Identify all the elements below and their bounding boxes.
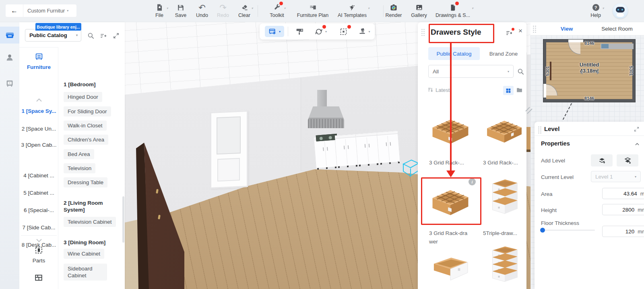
subcategory-television-cabinet[interactable]: Television Cabinet bbox=[64, 217, 116, 227]
cabinet-unit[interactable] bbox=[377, 131, 400, 164]
category-filter-select[interactable]: All ▾ bbox=[428, 65, 514, 78]
eraser-icon: ▾ bbox=[241, 3, 248, 12]
floor-plan-minimap[interactable]: 8146 8146 5301 5301 Untitled 43.18m² bbox=[543, 40, 635, 102]
tab-public-catalog[interactable]: Public Catalog bbox=[428, 47, 480, 60]
height-field: mm bbox=[602, 204, 644, 215]
resize-handle-icon[interactable] bbox=[525, 106, 534, 115]
category-cabinet-5[interactable]: 5 [Cabinet ... bbox=[21, 189, 57, 197]
subcategory-sideboard-cabinet[interactable]: Sideboard Cabinet bbox=[64, 264, 107, 281]
expand-panel-icon[interactable] bbox=[634, 126, 640, 132]
catalog-select[interactable]: Public Catalog ▾ bbox=[25, 29, 81, 42]
select-cabinet-tool[interactable]: ▾ bbox=[265, 26, 284, 37]
kitchen-base-cabinets[interactable] bbox=[314, 131, 400, 171]
catalog-item[interactable] bbox=[481, 245, 526, 289]
cabinet-unit[interactable] bbox=[314, 135, 337, 168]
selection-wireframe-drawer[interactable] bbox=[402, 158, 419, 178]
cabinet-unit[interactable] bbox=[334, 134, 358, 167]
catalog-item-selected[interactable]: i 3 Grid Rack-drawer bbox=[427, 177, 477, 246]
panel-filter-icon[interactable] bbox=[506, 29, 513, 38]
rail-item-storage[interactable] bbox=[0, 75, 19, 92]
furniture-plan-button[interactable]: Furniture Plan bbox=[300, 3, 326, 18]
floor-thickness-input[interactable] bbox=[606, 229, 634, 235]
scroll-up-button[interactable] bbox=[34, 98, 44, 103]
scrollbar-thumb[interactable] bbox=[122, 196, 124, 243]
catalog-item[interactable] bbox=[427, 245, 477, 289]
assistant-avatar[interactable] bbox=[613, 3, 628, 19]
drag-handle-icon[interactable] bbox=[538, 126, 542, 133]
tab-furniture[interactable]: Furniture bbox=[19, 52, 58, 70]
paint-material-tool[interactable] bbox=[292, 26, 307, 37]
library-panel: Boutique library enj... Public Catalog ▾… bbox=[19, 22, 125, 289]
tab-brand-zone[interactable]: Brand Zone bbox=[481, 47, 526, 60]
subcategory-bed-area[interactable]: Bed Area bbox=[64, 149, 94, 159]
drag-handle-icon[interactable] bbox=[421, 29, 425, 36]
category-space-unit[interactable]: 2 [Space Un... bbox=[21, 125, 57, 133]
tab-view[interactable]: View bbox=[547, 22, 587, 35]
subcategory-sliding-door[interactable]: For Sliding Door bbox=[64, 106, 111, 116]
stamp-tool[interactable]: ▾ bbox=[355, 26, 373, 37]
gallery-button[interactable]: Gallery bbox=[406, 3, 432, 18]
cabinet-unit[interactable] bbox=[356, 132, 379, 165]
drawings-menu[interactable]: ▾ Drawings & S... bbox=[440, 3, 466, 18]
help-menu[interactable]: ? ▾ Help bbox=[583, 3, 609, 18]
catalog-select-value: Public Catalog bbox=[29, 32, 67, 38]
category-special[interactable]: 6 [Special-... bbox=[21, 206, 57, 214]
subcategory-wine-cabinet[interactable]: Wine Cabinet bbox=[64, 249, 104, 259]
category-column: Furniture 1 [Space Sy... 2 [Space Un... … bbox=[19, 47, 58, 289]
area-input[interactable] bbox=[606, 191, 637, 197]
subcategory-hinged-door[interactable]: Hinged Door bbox=[64, 92, 102, 102]
subcategory-television[interactable]: Television bbox=[64, 163, 95, 173]
toolkit-menu[interactable]: ▾ Toolkit bbox=[264, 3, 290, 18]
tab-combination[interactable] bbox=[34, 273, 43, 284]
notification-dot bbox=[455, 2, 459, 5]
close-icon[interactable]: × bbox=[518, 27, 522, 35]
category-cabinet-4[interactable]: 4 [Cabinet ... bbox=[21, 172, 57, 179]
slider-handle[interactable] bbox=[540, 228, 545, 233]
folder-view-icon[interactable] bbox=[516, 87, 523, 95]
rail-item-furniture-library[interactable] bbox=[0, 27, 19, 44]
category-side-cabinet[interactable]: 7 [Side Cab... bbox=[21, 224, 57, 231]
category-space-system[interactable]: 1 [Space Sy... bbox=[21, 107, 57, 115]
project-name-select[interactable]: Custom Furnitur ▾ bbox=[23, 4, 76, 17]
back-button[interactable]: ← bbox=[6, 4, 23, 17]
add-level-below-button[interactable] bbox=[617, 154, 638, 166]
tab-select-room[interactable]: Select Room bbox=[595, 22, 639, 35]
expand-icon[interactable] bbox=[113, 32, 120, 39]
current-level-select[interactable]: Level 1 ▾ bbox=[591, 171, 641, 182]
marquee-select-tool[interactable] bbox=[334, 26, 352, 37]
room-door[interactable] bbox=[210, 110, 248, 189]
add-level-above-button[interactable] bbox=[591, 154, 613, 166]
subcategory-walkin-closet[interactable]: Walk-in Closet bbox=[64, 121, 107, 131]
subcategory-childrens-area[interactable]: Children's Area bbox=[64, 135, 108, 145]
floor-thickness-slider[interactable] bbox=[541, 230, 595, 231]
category-open-cabinet[interactable]: 3 [Open Cab... bbox=[21, 141, 57, 149]
cabinet-counter bbox=[334, 134, 355, 139]
filter-icon[interactable] bbox=[100, 32, 107, 40]
replace-model-tool[interactable]: ▾ bbox=[310, 26, 331, 37]
sofa-icon bbox=[5, 31, 14, 40]
wall-corner bbox=[301, 77, 301, 171]
rail-item-profile[interactable] bbox=[0, 49, 19, 66]
search-icon[interactable] bbox=[517, 68, 524, 77]
catalog-item[interactable]: 3 Grid Rack-... bbox=[481, 107, 526, 167]
height-input[interactable] bbox=[606, 207, 634, 213]
area-label: Area bbox=[541, 191, 553, 197]
clear-button[interactable]: ▾ Clear bbox=[231, 3, 257, 18]
collapse-chevron-icon[interactable] bbox=[634, 141, 640, 147]
catalog-item[interactable]: 3 Grid Rack-... bbox=[427, 107, 477, 167]
scroll-down-button[interactable] bbox=[34, 239, 44, 243]
catalog-item[interactable]: 5Triple-draw... bbox=[481, 177, 526, 237]
search-icon[interactable] bbox=[87, 32, 95, 40]
info-icon[interactable]: i bbox=[469, 178, 476, 185]
subcategory-dressing-table[interactable]: Dressing Table bbox=[64, 177, 107, 187]
tab-parts[interactable]: Parts bbox=[19, 246, 58, 264]
gas-cooktop[interactable] bbox=[316, 134, 337, 141]
item-thumbnail-grid-rack bbox=[427, 177, 474, 222]
grid-view-button[interactable] bbox=[503, 86, 514, 95]
render-button[interactable]: Render bbox=[381, 3, 407, 18]
chevron-down-icon: ▾ bbox=[472, 6, 473, 10]
ai-templates-menu[interactable]: ▾ AI Templates bbox=[339, 3, 365, 18]
sort-latest-button[interactable]: Latest bbox=[427, 87, 450, 93]
drag-handle-icon[interactable] bbox=[533, 25, 537, 33]
range-hood[interactable] bbox=[308, 106, 344, 128]
